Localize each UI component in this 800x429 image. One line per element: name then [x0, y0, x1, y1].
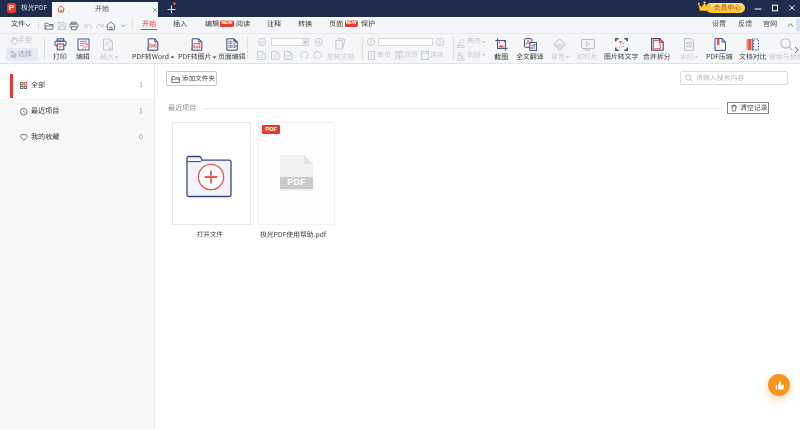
- svg-text:11: 11: [258, 54, 263, 59]
